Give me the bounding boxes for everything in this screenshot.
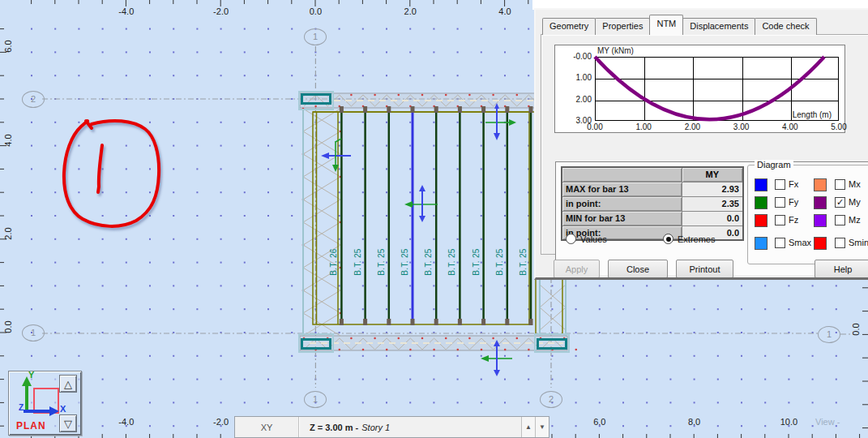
- story-name-text: Story 1: [361, 423, 390, 432]
- axis-bubble: 1: [22, 324, 45, 341]
- table-row-label: in point:: [562, 196, 682, 211]
- beam-label: B.T. 26: [329, 242, 339, 282]
- bottom-ruler-label: -4.0: [113, 417, 139, 427]
- radio-extremes[interactable]: Extremes: [663, 234, 715, 244]
- chart-x-tick: 5.00: [823, 122, 855, 131]
- tab-label: Geometry: [549, 21, 588, 31]
- tab-ntm[interactable]: NTM: [649, 15, 683, 35]
- checkbox-label-my: My: [849, 197, 861, 207]
- z-axis-label: Z: [19, 403, 24, 412]
- component-color-swatch-my: [814, 196, 827, 209]
- component-color-swatch-smax: [755, 237, 768, 250]
- view-orientation-widget[interactable]: △ ▽ Y X Z PLAN: [8, 371, 82, 436]
- checkbox-my[interactable]: ✓: [835, 197, 845, 208]
- tab-properties[interactable]: Properties: [595, 18, 650, 35]
- beam-label: B.T. 25: [519, 242, 528, 282]
- panel-body: GeometryPropertiesNTMDisplacementsCode c…: [534, 8, 868, 280]
- chart-x-tick: 0.00: [579, 122, 611, 131]
- axis-bubble: 1: [304, 391, 327, 408]
- radio-selected-dot: [666, 237, 671, 242]
- checkbox-smax[interactable]: [775, 238, 785, 248]
- force-arrows: [321, 103, 516, 376]
- chart-x-tick: 3.00: [725, 122, 758, 131]
- bottom-ruler-label: -2.0: [208, 417, 234, 427]
- table-row-value: 2.93: [682, 182, 743, 196]
- top-ruler-label: 0.0: [302, 6, 328, 16]
- z-level-text: Z = 3.00 m -: [310, 423, 358, 432]
- checkbox-label-smax: Smax: [789, 238, 811, 247]
- tab-label: NTM: [656, 19, 676, 28]
- diagram-groupbox: Diagram FxFyFzSmaxMx✓MyMzSmin: [747, 165, 868, 264]
- chart-x-tick: 2.00: [676, 122, 708, 131]
- checkbox-mx[interactable]: [835, 179, 845, 190]
- beam-bars[interactable]: [340, 106, 533, 325]
- checkbox-fz[interactable]: [775, 215, 785, 225]
- table-header-cell: MY: [682, 167, 743, 182]
- story-down-arrow[interactable]: ▼: [535, 417, 549, 437]
- component-color-swatch-fz: [755, 214, 768, 227]
- chart-title: MY (kNm): [597, 46, 634, 55]
- story-level-indicator[interactable]: Z = 3.00 m - Story 1: [299, 417, 521, 437]
- checkbox-fy[interactable]: [775, 197, 785, 208]
- checkbox-label-mx: Mx: [849, 179, 861, 189]
- y-axis-label: Y: [28, 370, 34, 380]
- tab-label: Code check: [762, 21, 809, 31]
- axis-bubble: 1: [304, 28, 327, 45]
- radio-values[interactable]: Values: [566, 234, 607, 244]
- table-row: MAX for bar 132.93: [562, 182, 743, 196]
- axis-bubble: 2: [22, 91, 45, 108]
- right-ruler-label: 0.0: [851, 319, 861, 340]
- background-window-title: View -: [815, 417, 840, 427]
- beam-label: B.T. 25: [353, 242, 363, 282]
- tab-label: Properties: [602, 21, 643, 31]
- chart-y-tick: 2.00: [555, 95, 592, 104]
- force-arrow-group: [404, 185, 438, 222]
- printout-button[interactable]: Printout: [676, 260, 733, 278]
- component-color-swatch-fy: [755, 196, 768, 209]
- left-ruler-label: 2.0: [3, 223, 13, 244]
- component-color-swatch-mz: [814, 214, 827, 227]
- table-header-row: MY: [562, 167, 743, 182]
- tab-label: Displacements: [690, 21, 748, 31]
- help-button[interactable]: Help: [815, 260, 868, 278]
- beam-label: B.T. 25: [495, 242, 505, 282]
- top-ruler-label: 4.0: [492, 6, 518, 16]
- results-tab-bar: GeometryPropertiesNTMDisplacementsCode c…: [542, 15, 816, 35]
- table-header-cell: [562, 167, 682, 182]
- tab-geometry[interactable]: Geometry: [542, 18, 596, 35]
- radio-label: Extremes: [678, 234, 715, 244]
- chart-x-tick: 1.00: [627, 122, 660, 131]
- story-up-arrow[interactable]: ▲: [521, 417, 535, 437]
- radio-circle: [566, 234, 576, 244]
- table-row-value: 2.35: [682, 196, 743, 211]
- checkbox-mz[interactable]: [835, 215, 845, 225]
- ntm-tab-page: MY (kNm) -0.001.002.003.00 0.001.002.003…: [541, 34, 868, 255]
- checkbox-fx[interactable]: [775, 179, 785, 190]
- beam-label: B.T. 25: [400, 242, 410, 282]
- diagram-group-title: Diagram: [755, 160, 793, 170]
- axis-bubble: 1: [818, 326, 840, 343]
- x-axis-label: X: [60, 404, 66, 414]
- checkbox-label-fz: Fz: [789, 215, 798, 225]
- force-arrow-group: [321, 139, 351, 172]
- bottom-ruler-label: 6.0: [587, 417, 613, 427]
- chart-y-tick: -0.00: [555, 52, 592, 61]
- bottom-ruler-label: 10.0: [776, 417, 802, 427]
- story-selector-bar[interactable]: XY Z = 3.00 m - Story 1 ▲ ▼: [234, 416, 549, 438]
- tab-code-check[interactable]: Code check: [755, 18, 816, 35]
- checkbox-label-smin: Smin: [849, 238, 868, 247]
- tab-displacements[interactable]: Displacements: [682, 18, 755, 35]
- bar-results-panel: GeometryPropertiesNTMDisplacementsCode c…: [532, 0, 868, 280]
- plane-indicator[interactable]: XY: [235, 417, 299, 437]
- beam-label: B.T. 25: [447, 242, 457, 282]
- checkbox-smin[interactable]: [835, 238, 845, 248]
- left-ruler-label: 6.0: [3, 36, 13, 57]
- my-moment-chart: MY (kNm) -0.001.002.003.00 0.001.002.003…: [554, 45, 845, 133]
- beam-label: B.T. 25: [424, 242, 434, 282]
- plan-label: PLAN: [16, 420, 46, 432]
- table-row: MIN for bar 130.0: [562, 211, 743, 225]
- left-ruler-label: 0.0: [3, 316, 13, 337]
- close-button[interactable]: Close: [608, 260, 668, 278]
- radio-circle: [663, 234, 673, 244]
- table-row-label: MAX for bar 13: [562, 182, 682, 196]
